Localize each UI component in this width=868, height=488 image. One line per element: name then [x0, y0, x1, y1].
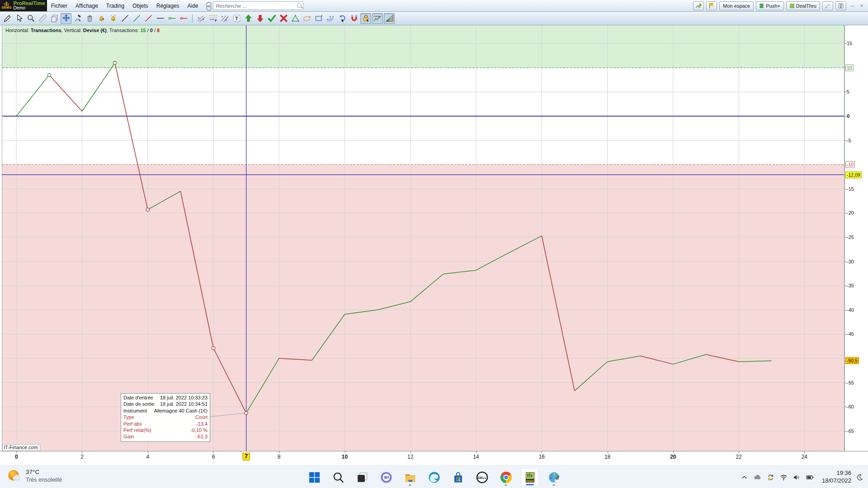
flag-button[interactable]	[706, 1, 717, 10]
taskbar-clock[interactable]: 19:36 18/07/2022	[822, 469, 851, 485]
line-diagonal-green-icon[interactable]	[131, 13, 142, 24]
clock-date: 18/07/2022	[822, 477, 851, 485]
volume-icon[interactable]	[792, 472, 802, 482]
equity-chart[interactable]	[2, 25, 844, 451]
mon-espace-button[interactable]: Mon espace	[719, 1, 754, 10]
chevron-up-icon[interactable]	[740, 472, 750, 482]
y-tick-label: -5	[847, 138, 851, 143]
menu-objets[interactable]: Objets	[128, 0, 152, 11]
search-area	[205, 0, 303, 11]
taskbar-dell-icon[interactable]: DЕLL	[473, 468, 491, 486]
cursor-x-badge: 7	[242, 453, 250, 460]
pin-button[interactable]	[835, 1, 846, 10]
x-tick-label: 4	[146, 454, 149, 460]
y-tick-label: -65	[847, 428, 854, 434]
cursor-value-badge: -12,09	[845, 171, 862, 178]
ruler-icon[interactable]	[37, 13, 48, 24]
arrow-down-icon[interactable]	[255, 13, 265, 24]
taskbar-explorer-icon[interactable]	[401, 468, 419, 486]
y-tick-label: -60	[847, 404, 854, 409]
x-tick-mark	[410, 451, 411, 453]
sync-icon[interactable]	[766, 472, 776, 482]
toolbar-separator	[192, 14, 193, 23]
alarm-icon[interactable]	[108, 13, 118, 24]
segment-red-icon[interactable]	[178, 13, 189, 24]
tooltip-value: -0,10 %	[190, 427, 208, 433]
minimize-button[interactable]: –	[849, 2, 856, 9]
taskbar-apps: DЕLLDEMO	[0, 466, 868, 488]
cross-icon[interactable]	[278, 13, 289, 24]
cursor-icon[interactable]	[14, 13, 24, 24]
menu-affichage[interactable]: Affichage	[71, 0, 102, 11]
menu-rglages[interactable]: Réglages	[152, 0, 184, 11]
taskbar-edge-icon[interactable]	[425, 468, 443, 486]
x-tick-mark	[148, 451, 148, 453]
arrow-up-icon[interactable]	[243, 13, 254, 24]
x-tick-mark	[213, 451, 214, 453]
y-tick-label: -55	[847, 380, 854, 385]
fan-icon[interactable]	[384, 13, 395, 24]
taskbar-chat-icon[interactable]	[377, 468, 395, 486]
menu-trading[interactable]: Trading	[102, 0, 128, 11]
close-button[interactable]: ×	[858, 2, 865, 9]
triangle-icon[interactable]	[290, 13, 301, 24]
push-button[interactable]: Push+	[756, 1, 784, 10]
menu-fichier[interactable]: Fichier	[47, 0, 71, 11]
taskbar-store-icon[interactable]	[449, 468, 467, 486]
rectangle-icon[interactable]	[313, 13, 324, 24]
pencil-icon[interactable]	[2, 13, 13, 24]
wifi-icon[interactable]	[779, 472, 789, 482]
pitchfork-icon[interactable]	[325, 13, 336, 24]
taskbar-prorealtime-icon[interactable]: DEMO	[521, 468, 539, 486]
ellipse-icon[interactable]	[302, 13, 312, 24]
taskbar-chrome-icon[interactable]	[497, 468, 515, 486]
line-diagonal-red-icon[interactable]	[143, 13, 154, 24]
lock-icon[interactable]	[360, 13, 371, 24]
line-horizontal-icon[interactable]	[155, 13, 165, 24]
copy-icon[interactable]	[49, 13, 60, 24]
x-tick-label: 6	[212, 454, 215, 460]
move-icon[interactable]	[61, 13, 71, 24]
taskbar-start-icon[interactable]	[305, 468, 323, 486]
mon-espace-label: Mon espace	[723, 3, 750, 9]
zoom-icon[interactable]	[25, 13, 36, 24]
battery-icon[interactable]	[805, 472, 815, 482]
dealthru-button[interactable]: DealThru	[786, 1, 820, 10]
x-axis[interactable]: 0246781012141618202224	[0, 451, 868, 465]
check-icon[interactable]	[266, 13, 277, 24]
tooltip-label: Perf relat(%)	[123, 427, 151, 433]
menu-aide[interactable]: Aide	[183, 0, 202, 11]
fibonacci-icon[interactable]: F	[208, 13, 218, 24]
search-input[interactable]	[213, 1, 303, 10]
marker-pen-button[interactable]	[693, 1, 704, 10]
taskbar-search-icon[interactable]	[329, 468, 347, 486]
y-axis[interactable]: 151050-5-10-12,09-15-20-25-30-35-40-45-5…	[844, 25, 868, 451]
line-diagonal-icon[interactable]	[119, 13, 130, 24]
settings-tools-button[interactable]	[822, 1, 833, 10]
y-tick-label: -40	[847, 307, 854, 313]
magnet-icon[interactable]	[349, 13, 359, 24]
alarm-edit-icon[interactable]	[96, 13, 107, 24]
undo-cursor-icon[interactable]	[337, 13, 348, 24]
cloud-icon[interactable]	[753, 472, 763, 482]
search-icon[interactable]	[297, 3, 303, 9]
menu-items: FichierAffichageTradingObjetsRéglagesAid…	[47, 0, 203, 11]
running-indicator	[505, 484, 507, 486]
clock-time: 19:36	[822, 469, 851, 477]
x-tick-label: 0	[15, 454, 18, 460]
prorealtime-window: DEMO ProRealTime Demo FichierAffichageTr…	[0, 0, 868, 488]
prorealtime-logo: DEMO ProRealTime Demo	[0, 0, 47, 11]
taskbar-task-view-icon[interactable]	[353, 468, 371, 486]
trash-icon[interactable]	[84, 13, 95, 24]
zigzag-icon[interactable]	[372, 13, 383, 24]
trend-lines-icon[interactable]	[219, 13, 230, 24]
tools-icon[interactable]	[72, 13, 83, 24]
channel-lines-icon[interactable]	[196, 13, 207, 24]
x-tick-label: 18	[604, 454, 610, 460]
night-mode-moon-icon[interactable]	[854, 472, 864, 482]
link-icon[interactable]	[205, 1, 211, 10]
text-icon[interactable]: T	[231, 13, 242, 24]
segment-green-icon[interactable]	[166, 13, 177, 24]
taskbar-paint-icon[interactable]	[545, 468, 563, 486]
brand-subtitle: Demo	[14, 6, 26, 11]
